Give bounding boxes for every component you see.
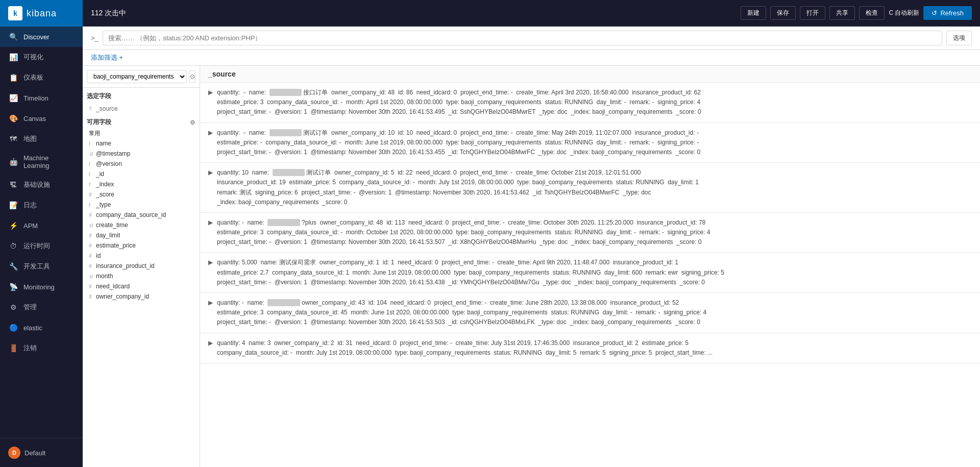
index-settings-button[interactable]: ⊙ bbox=[189, 70, 195, 83]
field-item-name[interactable]: t name bbox=[87, 138, 195, 149]
logout-icon: 🚪 bbox=[8, 343, 18, 353]
expand-icon[interactable]: ▶ bbox=[208, 299, 213, 306]
sidebar-item-label: 仪表板 bbox=[23, 73, 43, 82]
table-row[interactable]: ▶ quantity: 4 name: 3 owner_company_id: … bbox=[200, 333, 980, 363]
field-name-label: @version bbox=[96, 160, 122, 167]
kibana-icon: k bbox=[8, 6, 22, 20]
results-list: ▶ quantity: - name: 接口订单 owner_company_i… bbox=[200, 83, 980, 467]
field-item-index[interactable]: t _index bbox=[87, 179, 195, 189]
expand-icon[interactable]: ▶ bbox=[208, 89, 213, 96]
save-button[interactable]: 保存 bbox=[770, 6, 796, 20]
field-item-score[interactable]: # _score bbox=[87, 189, 195, 200]
field-item-company-data-source[interactable]: # company_data_source_id bbox=[87, 210, 195, 220]
field-item-day-limit[interactable]: # day_limit bbox=[87, 230, 195, 240]
field-item-insurance-product[interactable]: # insurance_product_id bbox=[87, 261, 195, 271]
field-item-version[interactable]: t @version bbox=[87, 159, 195, 169]
new-button[interactable]: 新建 bbox=[741, 6, 766, 20]
sidebar-item-infra[interactable]: 🏗 基础设施 bbox=[0, 175, 83, 195]
table-row[interactable]: ▶ quantity: - name: ?plus owner_company_… bbox=[200, 213, 980, 253]
field-item-type[interactable]: t _type bbox=[87, 200, 195, 210]
sidebar-item-label: 开发工具 bbox=[23, 262, 50, 271]
field-name-label: insurance_product_id bbox=[96, 262, 155, 269]
table-row[interactable]: ▶ quantity: 5,000 name: 测试保司需求 owner_com… bbox=[200, 253, 980, 293]
table-row[interactable]: ▶ quantity: - name: 测试订单 owner_company_i… bbox=[200, 123, 980, 163]
table-row[interactable]: ▶ quantity: - name: 接口订单 owner_company_i… bbox=[200, 83, 980, 123]
sidebar-logo[interactable]: k kibana bbox=[0, 0, 83, 27]
result-content: quantity: - name: owner_company_id: 43 i… bbox=[217, 298, 972, 328]
field-type-clock: ⊙ bbox=[89, 274, 94, 279]
sidebar-item-dashboard[interactable]: 📋 仪表板 bbox=[0, 67, 83, 88]
index-selector: baoji_company_requirements ⊙ bbox=[83, 66, 200, 88]
field-type-badge: ? bbox=[89, 106, 94, 112]
result-content: quantity: - name: 接口订单 owner_company_id:… bbox=[217, 88, 972, 117]
sidebar-item-discover[interactable]: 🔍 Discover bbox=[0, 27, 83, 47]
sidebar-item-apm[interactable]: ⚡ APM bbox=[0, 215, 83, 236]
field-item-id[interactable]: t _id bbox=[87, 169, 195, 179]
result-content: quantity: - name: 测试订单 owner_company_id:… bbox=[217, 128, 972, 158]
source-field-item[interactable]: ? _source bbox=[87, 104, 195, 114]
sidebar-item-visualize[interactable]: 📊 可视化 bbox=[0, 47, 83, 67]
result-content: quantity: 4 name: 3 owner_company_id: 2 … bbox=[217, 338, 972, 358]
auto-refresh-label: C 自动刷新 bbox=[889, 9, 919, 17]
share-button[interactable]: 共享 bbox=[829, 6, 855, 20]
field-name-label: day_limit bbox=[96, 232, 120, 239]
user-label: Default bbox=[24, 449, 45, 457]
sidebar-item-label: Canvas bbox=[23, 115, 46, 122]
sidebar-user[interactable]: D Default bbox=[8, 443, 75, 463]
open-button[interactable]: 打开 bbox=[800, 6, 825, 20]
sidebar-item-label: 运行时间 bbox=[23, 241, 50, 251]
refresh-button[interactable]: ↺ Refresh bbox=[923, 6, 972, 20]
sidebar-item-logout[interactable]: 🚪 注销 bbox=[0, 338, 83, 358]
inspect-button[interactable]: 检查 bbox=[859, 6, 885, 20]
sidebar-item-uptime[interactable]: ⏱ 运行时间 bbox=[0, 236, 83, 256]
field-item-owner-company[interactable]: # owner_company_id bbox=[87, 291, 195, 302]
sidebar-item-monitoring[interactable]: 📡 Monitoring bbox=[0, 277, 83, 297]
sidebar-item-management[interactable]: ⚙ 管理 bbox=[0, 297, 83, 317]
kibana-wordmark: kibana bbox=[27, 8, 57, 19]
field-type-hash: # bbox=[89, 294, 94, 300]
sidebar-item-label: Monitoring bbox=[23, 283, 55, 291]
field-item-need-idcard[interactable]: # need_idcard bbox=[87, 281, 195, 291]
sidebar-item-maps[interactable]: 🗺 地图 bbox=[0, 129, 83, 149]
field-item-field-id[interactable]: # id bbox=[87, 251, 195, 261]
field-type-t: t bbox=[89, 171, 94, 177]
sidebar-item-logs[interactable]: 📝 日志 bbox=[0, 195, 83, 215]
field-type-hash: # bbox=[89, 263, 94, 269]
sidebar-item-elastic[interactable]: 🔵 elastic bbox=[0, 317, 83, 338]
index-pattern-select[interactable]: baoji_company_requirements bbox=[87, 70, 187, 83]
expand-icon[interactable]: ▶ bbox=[208, 169, 213, 176]
options-button[interactable]: 选项 bbox=[946, 31, 972, 45]
field-name-label: month bbox=[96, 273, 113, 280]
search-input[interactable] bbox=[103, 31, 942, 45]
results-source-label: _source bbox=[208, 70, 236, 78]
field-item-month[interactable]: ⊙ month bbox=[87, 271, 195, 281]
expand-icon[interactable]: ▶ bbox=[208, 339, 213, 347]
field-name-label: id bbox=[96, 252, 101, 259]
gear-icon[interactable]: ⚙ bbox=[190, 119, 195, 126]
field-item-timestamp[interactable]: ⊙ @timestamp bbox=[87, 149, 195, 159]
table-row[interactable]: ▶ quantity: 10 name: 测试订单 owner_company_… bbox=[200, 163, 980, 213]
expand-icon[interactable]: ▶ bbox=[208, 129, 213, 136]
expand-icon[interactable]: ▶ bbox=[208, 219, 213, 226]
available-fields-header: 可用字段 ⚙ bbox=[87, 118, 195, 127]
sidebar-item-devtools[interactable]: 🔧 开发工具 bbox=[0, 256, 83, 277]
sidebar-item-label: Discover bbox=[23, 33, 50, 41]
result-content: quantity: - name: ?plus owner_company_id… bbox=[217, 218, 972, 248]
devtools-icon: 🔧 bbox=[8, 261, 18, 272]
sidebar-item-label: 基础设施 bbox=[23, 180, 50, 189]
category-common-label: 常用 bbox=[89, 130, 195, 137]
add-filter-button[interactable]: 添加筛选 + bbox=[91, 53, 123, 62]
field-item-create-time[interactable]: ⊙ create_time bbox=[87, 220, 195, 230]
sidebar-item-label: Timelion bbox=[23, 94, 48, 102]
field-type-clock: ⊙ bbox=[89, 151, 94, 157]
sidebar-item-ml[interactable]: 🤖 Machine Learning bbox=[0, 149, 83, 175]
sidebar-item-timelion[interactable]: 📈 Timelion bbox=[0, 88, 83, 108]
apm-icon: ⚡ bbox=[8, 220, 18, 231]
sidebar-bottom: D Default bbox=[0, 438, 83, 467]
source-field-name: _source bbox=[96, 105, 118, 112]
sidebar-item-canvas[interactable]: 🎨 Canvas bbox=[0, 108, 83, 129]
field-item-estimate-price[interactable]: # estimate_price bbox=[87, 240, 195, 251]
expand-icon[interactable]: ▶ bbox=[208, 259, 213, 266]
table-row[interactable]: ▶ quantity: - name: owner_company_id: 43… bbox=[200, 293, 980, 333]
field-type-hash: # bbox=[89, 192, 94, 198]
